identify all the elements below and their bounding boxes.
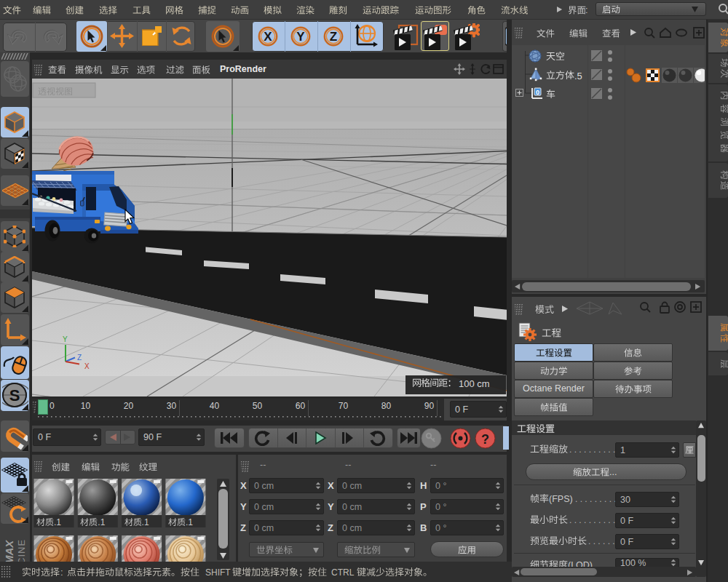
svg-text:Y: Y — [296, 30, 305, 44]
svg-text:Z: Z — [330, 30, 337, 44]
svg-text:100 cm: 100 cm — [459, 378, 490, 389]
svg-text:CINE: CINE — [16, 539, 27, 565]
svg-text:X: X — [84, 362, 90, 370]
svg-text:?: ? — [481, 432, 489, 447]
svg-text:MAX: MAX — [3, 540, 15, 565]
svg-text:Z: Z — [77, 354, 82, 362]
svg-text:Y: Y — [63, 335, 68, 343]
svg-text:S: S — [9, 386, 20, 404]
svg-text:X: X — [264, 30, 272, 44]
svg-text:0: 0 — [536, 89, 539, 96]
